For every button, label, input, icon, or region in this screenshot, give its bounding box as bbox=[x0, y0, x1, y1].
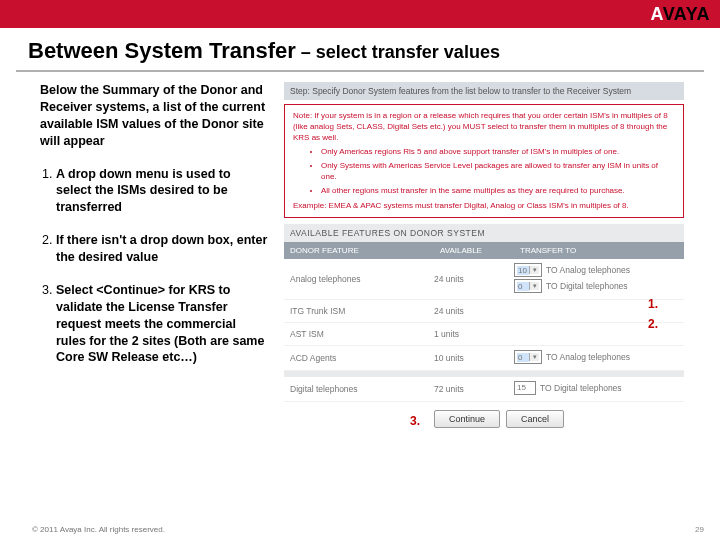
transfer-label: TO Analog telephones bbox=[546, 352, 630, 362]
callout-1: 1. bbox=[648, 297, 658, 311]
cell-available: 24 units bbox=[434, 300, 514, 322]
table-header: DONOR FEATURE AVAILABLE TRANSFER TO bbox=[284, 242, 684, 259]
title-main: Between System Transfer bbox=[28, 38, 296, 63]
cell-feature: AST ISM bbox=[284, 323, 434, 345]
cell-available: 72 units bbox=[434, 378, 514, 400]
th-transfer: TRANSFER TO bbox=[514, 242, 684, 259]
step-3: Select <Continue> for KRS to validate th… bbox=[56, 282, 268, 366]
cell-feature: Analog telephones bbox=[284, 268, 434, 290]
transfer-row: 0▾TO Analog telephones bbox=[514, 350, 630, 364]
left-column: Below the Summary of the Donor and Recei… bbox=[0, 82, 280, 428]
chevron-down-icon: ▾ bbox=[529, 266, 539, 274]
cell-feature: ACD Agents bbox=[284, 347, 434, 369]
note-item: All other regions must transfer in the s… bbox=[321, 186, 675, 197]
cell-transfer bbox=[514, 330, 684, 338]
note-item: Only Systems with Americas Service Level… bbox=[321, 161, 675, 183]
cell-available: 24 units bbox=[434, 268, 514, 290]
table-row: Digital telephones72 units15TO Digital t… bbox=[284, 377, 684, 402]
transfer-row: 0▾TO Digital telephones bbox=[514, 279, 628, 293]
cell-transfer: 0▾TO Analog telephones bbox=[514, 346, 684, 370]
copyright: © 2011 Avaya Inc. All rights reserved. bbox=[32, 525, 165, 534]
transfer-label: TO Analog telephones bbox=[546, 265, 630, 275]
cancel-button[interactable]: Cancel bbox=[506, 410, 564, 428]
cell-transfer: 15TO Digital telephones bbox=[514, 377, 684, 401]
intro-text: Below the Summary of the Donor and Recei… bbox=[40, 82, 268, 150]
th-available: AVAILABLE bbox=[434, 242, 514, 259]
page-number: 29 bbox=[695, 525, 704, 534]
cell-feature: Digital telephones bbox=[284, 378, 434, 400]
dropdown[interactable]: 0▾ bbox=[514, 350, 542, 364]
page-title: Between System Transfer – select transfe… bbox=[0, 28, 720, 70]
callout-3: 3. bbox=[410, 414, 420, 428]
chevron-down-icon: ▾ bbox=[529, 353, 539, 361]
dropdown-value: 0 bbox=[517, 353, 529, 362]
cell-transfer bbox=[514, 307, 684, 315]
brand-logo: AVAYA bbox=[650, 4, 710, 25]
step-2-text: If there isn't a drop down box, enter th… bbox=[56, 233, 267, 264]
dropdown[interactable]: 0▾ bbox=[514, 279, 542, 293]
cell-available: 1 units bbox=[434, 323, 514, 345]
table-row: Analog telephones24 units10▾TO Analog te… bbox=[284, 259, 684, 300]
transfer-row: 10▾TO Analog telephones bbox=[514, 263, 630, 277]
continue-button[interactable]: Continue bbox=[434, 410, 500, 428]
table-row: ITG Trunk ISM24 units bbox=[284, 300, 684, 323]
note-item: Only Americas regions Rls 5 and above su… bbox=[321, 147, 675, 158]
cell-available: 10 units bbox=[434, 347, 514, 369]
callout-2: 2. bbox=[648, 317, 658, 331]
dropdown-value: 0 bbox=[517, 282, 529, 291]
cell-feature: ITG Trunk ISM bbox=[284, 300, 434, 322]
right-panel: Step: Specify Donor System features from… bbox=[280, 82, 700, 428]
step-1-text: A drop down menu is used to select the I… bbox=[56, 167, 231, 215]
step-list: A drop down menu is used to select the I… bbox=[40, 166, 268, 367]
note-box: Note: If your system is in a region or a… bbox=[284, 104, 684, 218]
transfer-label: TO Digital telephones bbox=[546, 281, 628, 291]
table-row: ACD Agents10 units0▾TO Analog telephones bbox=[284, 346, 684, 371]
title-sub: – select transfer values bbox=[296, 42, 500, 62]
table-row: AST ISM1 units bbox=[284, 323, 684, 346]
dropdown[interactable]: 10▾ bbox=[514, 263, 542, 277]
table-body: Analog telephones24 units10▾TO Analog te… bbox=[284, 259, 684, 402]
dropdown-value: 10 bbox=[517, 266, 529, 275]
step-3-text: Select <Continue> for KRS to validate th… bbox=[56, 283, 264, 365]
panel-header: Step: Specify Donor System features from… bbox=[284, 82, 684, 100]
note-example: Example: EMEA & APAC systems must transf… bbox=[293, 201, 675, 212]
step-2: If there isn't a drop down box, enter th… bbox=[56, 232, 268, 266]
available-header: AVAILABLE FEATURES ON DONOR SYSTEM bbox=[284, 224, 684, 242]
top-bar: AVAYA bbox=[0, 0, 720, 28]
note-lead: Note: If your system is in a region or a… bbox=[293, 111, 675, 143]
cell-transfer: 10▾TO Analog telephones0▾TO Digital tele… bbox=[514, 259, 684, 299]
button-row: Continue Cancel bbox=[284, 402, 684, 428]
th-feature: DONOR FEATURE bbox=[284, 242, 434, 259]
step-1: A drop down menu is used to select the I… bbox=[56, 166, 268, 217]
value-input[interactable]: 15 bbox=[514, 381, 536, 395]
footer: © 2011 Avaya Inc. All rights reserved. 2… bbox=[32, 525, 704, 534]
transfer-label: TO Digital telephones bbox=[540, 383, 622, 393]
transfer-row: 15TO Digital telephones bbox=[514, 381, 622, 395]
chevron-down-icon: ▾ bbox=[529, 282, 539, 290]
